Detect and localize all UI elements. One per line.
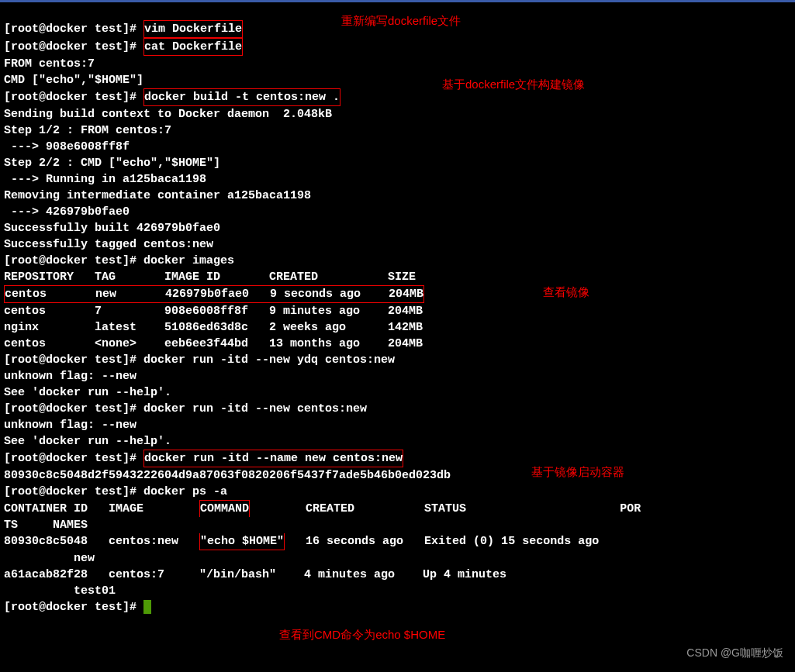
build-out: Step 2/2 : CMD ["echo","$HOME"] [4, 157, 220, 170]
watermark: CSDN @G咖喱炒饭 [686, 646, 783, 660]
box-cat: cat Dockerfile [143, 38, 243, 56]
build-out: ---> 426979b0fae0 [4, 205, 130, 219]
file-line: CMD ["echo","$HOME"] [4, 74, 143, 87]
cmd-images: docker images [143, 254, 234, 267]
prompt: [root@docker test]# [4, 91, 143, 104]
annotation-cmd: 查看到CMD命令为echo $HOME [279, 628, 445, 643]
window-top-bar [0, 0, 795, 2]
build-out: Removing intermediate container a125baca… [4, 189, 311, 202]
image-row: centos <none> eeb6ee3f44bd 13 months ago… [4, 337, 423, 350]
prompt: [root@docker test]# [4, 254, 143, 267]
annotation-build: 基于dockerfile文件构建镜像 [442, 78, 585, 92]
box-build: docker build -t centos:new . [143, 88, 340, 106]
prompt: [root@docker test]# [4, 485, 143, 498]
build-out: Successfully tagged centos:new [4, 238, 213, 251]
box-run: docker run -itd --name new centos:new [143, 450, 403, 467]
err: unknown flag: --new [4, 419, 137, 432]
annotation-images: 查看镜像 [543, 285, 589, 300]
terminal-output: [root@docker test]# vim Dockerfile [root… [4, 4, 791, 615]
err: See 'docker run --help'. [4, 435, 171, 448]
cmd-ps: docker ps -a [143, 485, 227, 498]
box-image-row: centos new 426979b0fae0 9 seconds ago 20… [4, 285, 424, 303]
ps-row: 80930c8c5048 centos:new "echo $HOME" 16 … [4, 535, 620, 565]
err: unknown flag: --new [4, 370, 137, 383]
build-out: Sending build context to Docker daemon 2… [4, 108, 332, 121]
prompt: [root@docker test]# [4, 22, 143, 36]
annotation-rewrite: 重新编写dockerfile文件 [341, 14, 461, 29]
prompt: [root@docker test]# [4, 353, 143, 367]
prompt: [root@docker test]# [4, 40, 143, 53]
cursor[interactable] [143, 600, 151, 614]
image-row: centos 7 908e6008ff8f 9 minutes ago 204M… [4, 305, 423, 318]
ps-head: CONTAINER ID IMAGE COMMAND CREATED STATU… [4, 502, 641, 532]
container-id: 80930c8c5048d2f5943222604d9a87063f082020… [4, 469, 451, 482]
prompt: [root@docker test]# [4, 601, 143, 614]
box-ps-cmd-val: "echo $HOME" [199, 533, 285, 550]
images-head: REPOSITORY TAG IMAGE ID CREATED SIZE [4, 271, 416, 284]
build-out: Step 1/2 : FROM centos:7 [4, 124, 171, 137]
file-line: FROM centos:7 [4, 57, 95, 71]
cmd-run1: docker run -itd --new ydq centos:new [143, 353, 395, 367]
err: See 'docker run --help'. [4, 386, 171, 399]
prompt: [root@docker test]# [4, 452, 143, 465]
build-out: ---> 908e6008ff8f [4, 140, 130, 153]
cmd-run2: docker run -itd --new centos:new [143, 402, 367, 415]
box-vim: vim Dockerfile [143, 20, 243, 38]
build-out: ---> Running in a125baca1198 [4, 173, 206, 186]
build-out: Successfully built 426979b0fae0 [4, 222, 220, 235]
annotation-run: 基于镜像启动容器 [531, 465, 624, 480]
box-ps-cmd-head: COMMAND [199, 500, 250, 517]
ps-row: a61acab82f28 centos:7 "/bin/bash" 4 minu… [4, 568, 618, 598]
image-row: nginx latest 51086ed63d8c 2 weeks ago 14… [4, 321, 423, 334]
prompt: [root@docker test]# [4, 402, 143, 415]
